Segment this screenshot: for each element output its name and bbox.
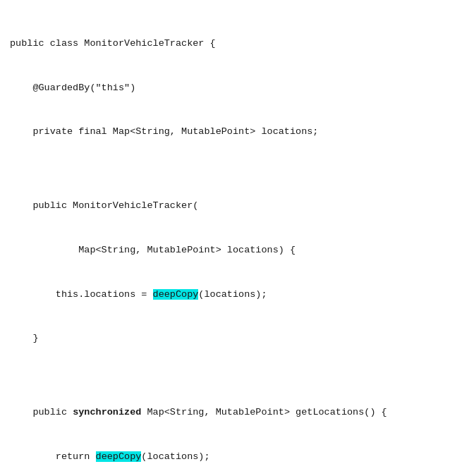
code-line: public class MonitorVehicleTracker {: [10, 37, 459, 51]
keyword-synchronized: synchronized: [73, 407, 141, 417]
code-line: @GuardedBy("this"): [10, 81, 459, 96]
code-line: return deepCopy(locations);: [10, 450, 459, 465]
code-line: }: [10, 331, 459, 346]
code-line: Map<String, MutablePoint> locations) {: [10, 243, 459, 258]
code-block: public class MonitorVehicleTracker { @Gu…: [10, 7, 459, 476]
highlight-deepcopy-1: deepCopy: [153, 289, 199, 300]
highlight-deepcopy-2: deepCopy: [96, 451, 142, 462]
code-line: private final Map<String, MutablePoint> …: [10, 125, 459, 140]
code-line: this.locations = deepCopy(locations);: [10, 288, 459, 303]
code-line: public synchronized Map<String, MutableP…: [10, 405, 459, 420]
code-line: public MonitorVehicleTracker(: [10, 199, 459, 214]
